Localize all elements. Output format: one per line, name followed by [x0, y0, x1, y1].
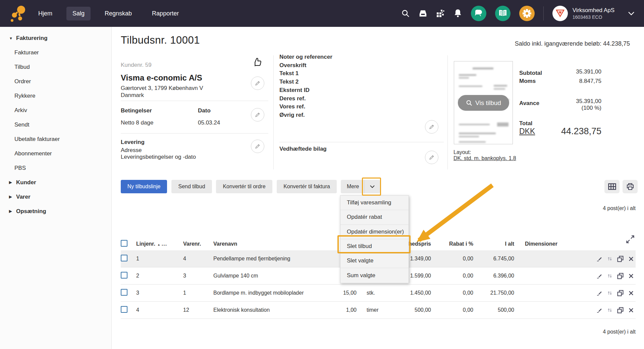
- sidebar-item-arkiv[interactable]: Arkiv: [0, 103, 111, 117]
- sidebar-item-pbs[interactable]: PBS: [0, 161, 111, 175]
- ny-tilbudslinje-button[interactable]: Ny tilbudslinje: [121, 180, 167, 193]
- nav-item-salg[interactable]: Salg: [66, 7, 91, 20]
- column-options-icon[interactable]: ...: [162, 241, 167, 247]
- reorder-icon[interactable]: [607, 256, 612, 261]
- e-conomic-logo-icon[interactable]: [10, 5, 29, 23]
- col-rabat[interactable]: Rabat i %: [431, 241, 473, 247]
- sidebar-item-rykkere[interactable]: Rykkere: [0, 89, 111, 103]
- betingelser-value: Netto 8 dage: [121, 119, 198, 126]
- col-dimensioner[interactable]: Dimensioner: [514, 241, 565, 247]
- chevron-down-icon[interactable]: [628, 11, 635, 15]
- sidebar-section-opsaetning[interactable]: ▶Opsætning: [0, 204, 111, 218]
- gear-icon[interactable]: [519, 6, 535, 21]
- subtotal-label: Subtotal: [519, 70, 542, 76]
- reorder-icon[interactable]: [607, 307, 612, 313]
- col-varenr[interactable]: Varenr.: [183, 241, 213, 247]
- divider: [273, 55, 274, 169]
- sidebar-item-fakturaer[interactable]: Fakturaer: [0, 45, 111, 60]
- col-varenavn[interactable]: Varenavn: [213, 241, 316, 247]
- edit-attachments-button[interactable]: [425, 151, 438, 164]
- sidebar-item-sendt[interactable]: Sendt: [0, 117, 111, 132]
- menu-item-sum-valgte[interactable]: Sum valgte: [340, 268, 409, 283]
- table-settings-button[interactable]: [604, 180, 620, 193]
- edit-customer-button[interactable]: [251, 77, 264, 90]
- thumbs-up-icon[interactable]: [252, 57, 263, 68]
- layout-label: Layout:: [453, 149, 516, 155]
- more-dropdown-toggle[interactable]: [365, 180, 380, 193]
- nav-item-hjem[interactable]: Hjem: [32, 7, 58, 20]
- delete-icon[interactable]: [629, 291, 634, 296]
- edit-row-icon[interactable]: [597, 256, 602, 262]
- table-row[interactable]: 3 1 Bordlampe m. indbygget mobiloplader …: [121, 285, 636, 302]
- inbox-icon[interactable]: [419, 9, 427, 18]
- layout-link[interactable]: DK. std. m. bankoplys. 1.8: [453, 155, 516, 161]
- cell-varenavn: Pendellampe med fjernbetjening: [213, 256, 316, 262]
- menu-item-slet-tilbud[interactable]: Slet tilbud: [340, 239, 409, 254]
- nav-item-regnskab[interactable]: Regnskab: [99, 7, 138, 20]
- select-all-checkbox[interactable]: [121, 240, 127, 247]
- edit-notes-button[interactable]: [425, 120, 438, 134]
- row-checkbox[interactable]: [121, 255, 127, 261]
- account-id: 1603463 ECO: [573, 14, 614, 20]
- row-checkbox[interactable]: [121, 289, 127, 296]
- saldo-text: Saldo inkl. igangværende beløb: 44.238,7…: [515, 40, 630, 47]
- copy-icon[interactable]: [617, 290, 624, 296]
- currency-link[interactable]: DKK: [519, 127, 535, 136]
- account-menu[interactable]: Virksomhed ApS 1603463 ECO: [552, 6, 635, 21]
- sidebar-item-ordrer[interactable]: Ordrer: [0, 74, 111, 89]
- delete-icon[interactable]: [629, 308, 634, 313]
- table-row[interactable]: 4 12 Elektronisk konsultation 1,00 timer…: [121, 302, 636, 319]
- edit-row-icon[interactable]: [597, 290, 602, 296]
- menu-item-opdater-rabat[interactable]: Opdatér rabat: [340, 210, 409, 225]
- konverter-til-ordre-button[interactable]: Konvertér til ordre: [216, 180, 272, 193]
- row-checkbox[interactable]: [121, 306, 127, 313]
- sidebar-item-ubetalte-fakturaer[interactable]: Ubetalte fakturaer: [0, 132, 111, 146]
- delete-icon[interactable]: [629, 273, 634, 279]
- more-button[interactable]: Mere: [341, 180, 380, 193]
- edit-terms-button[interactable]: [251, 108, 264, 121]
- col-ialt[interactable]: I alt: [473, 241, 514, 247]
- cell-varenr: 12: [183, 307, 213, 313]
- saldo-value: 44.238,75: [603, 40, 630, 47]
- menu-item-slet-valgte[interactable]: Slet valgte: [340, 254, 409, 268]
- cell-rabat: 0,00: [431, 307, 473, 313]
- sidebar-section-kunder[interactable]: ▶Kunder: [0, 175, 111, 190]
- account-text: Virksomhed ApS 1603463 ECO: [573, 7, 614, 20]
- vis-tilbud-button[interactable]: Vis tilbud: [458, 95, 509, 111]
- menu-item-opdater-dimensioner[interactable]: Opdatér dimension(er): [340, 225, 409, 239]
- edit-row-icon[interactable]: [597, 307, 602, 313]
- send-tilbud-button[interactable]: Send tilbud: [171, 180, 212, 193]
- sidebar-item-abonnementer[interactable]: Abonnementer: [0, 146, 111, 161]
- reorder-icon[interactable]: [607, 273, 612, 279]
- saldo-label: Saldo inkl. igangværende beløb:: [515, 40, 601, 47]
- chat-icon[interactable]: [471, 6, 486, 21]
- copy-icon[interactable]: [617, 273, 624, 279]
- bell-icon[interactable]: [453, 9, 462, 18]
- copy-icon[interactable]: [617, 256, 624, 262]
- print-button[interactable]: [623, 180, 638, 193]
- total-value: 44.238,75: [561, 126, 601, 137]
- sidebar-section-label: Kunder: [16, 179, 36, 186]
- row-checkbox[interactable]: [121, 272, 127, 279]
- konverter-til-faktura-button[interactable]: Konvertér til faktura: [277, 180, 337, 193]
- copy-icon[interactable]: [617, 307, 624, 313]
- col-linjenr[interactable]: Linjenr.▲...: [136, 241, 183, 247]
- edit-delivery-button[interactable]: [251, 140, 264, 153]
- delivery-block: Levering Adresse Leveringsbetingelser og…: [121, 139, 196, 160]
- reorder-icon[interactable]: [607, 290, 612, 296]
- sidebar-section-label: Opsætning: [16, 208, 46, 215]
- delete-icon[interactable]: [629, 256, 634, 261]
- nav-item-rapporter[interactable]: Rapporter: [146, 7, 185, 20]
- sidebar-section-varer[interactable]: ▶Varer: [0, 190, 111, 204]
- sidebar-item-tilbud[interactable]: Tilbud: [0, 60, 111, 74]
- document-preview[interactable]: Vis tilbud: [454, 61, 513, 144]
- edit-row-icon[interactable]: [597, 273, 602, 279]
- sidebar-section-fakturering[interactable]: ▼Fakturering: [0, 31, 111, 45]
- search-icon[interactable]: [401, 9, 410, 18]
- terms-block: Betingelser Dato Netto 8 dage 05.03.24: [121, 107, 252, 126]
- cell-varenr: 3: [183, 273, 213, 279]
- book-icon[interactable]: [495, 6, 511, 21]
- cell-enhed: timer: [357, 307, 393, 313]
- apps-icon[interactable]: [436, 9, 445, 18]
- menu-item-tilfoj-varesamling[interactable]: Tilføj varesamling: [340, 196, 409, 210]
